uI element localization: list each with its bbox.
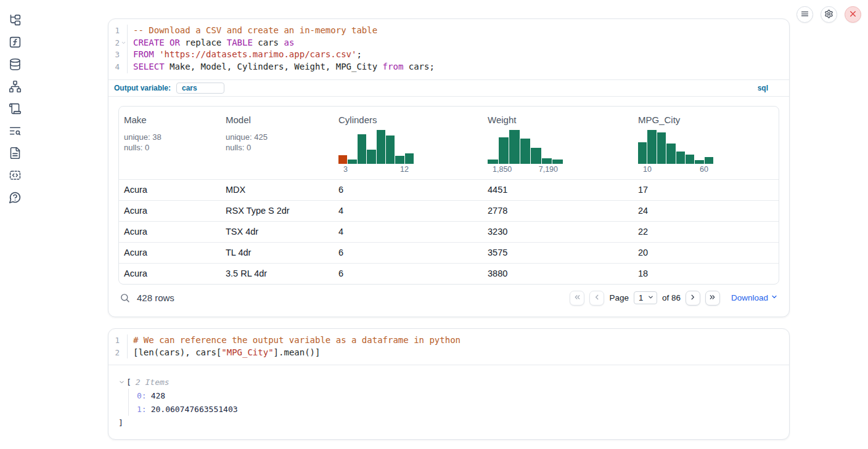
function-square-panel-button[interactable] (9, 36, 22, 49)
histogram-bar (509, 130, 520, 164)
column-stats: unique: 38nulls: 0 (124, 132, 216, 153)
column-header-label[interactable]: Model (226, 115, 251, 125)
histogram-bar (657, 132, 666, 164)
table-cell: 6 (334, 243, 483, 263)
helper-sidebar (0, 0, 30, 204)
column-header-label[interactable]: Make (124, 115, 147, 125)
fold-spacer (120, 49, 127, 61)
column-header: Cylinders312 (334, 115, 483, 174)
code-token: ; (356, 49, 361, 59)
column-header-label[interactable]: Cylinders (338, 115, 377, 125)
first-page-button[interactable] (570, 291, 584, 305)
fold-chevron-icon[interactable] (120, 37, 127, 49)
document-panel-button[interactable] (9, 147, 22, 160)
download-label: Download (731, 293, 768, 302)
code-token: 'https://datasets.marimo.app/cars.csv' (159, 49, 356, 59)
histogram-axis-label: 60 (700, 165, 708, 174)
page-total-label: of 86 (662, 293, 681, 302)
column-stats: unique: 425nulls: 0 (226, 132, 329, 153)
histogram-bar (338, 155, 347, 164)
chevrons-right-icon (708, 293, 716, 303)
tree-root-row: [2 Items (118, 375, 779, 389)
previous-page-button[interactable] (589, 291, 604, 305)
table-cell: 3880 (483, 264, 633, 284)
next-page-button[interactable] (686, 291, 700, 305)
line-number: 2 (108, 347, 120, 359)
table-cell: RSX Type S 2dr (221, 201, 334, 221)
histogram-bars (488, 130, 563, 164)
code-line-text: # We can reference the output variable a… (127, 334, 789, 347)
histogram-bar (377, 130, 385, 164)
download-button[interactable]: Download (731, 293, 778, 302)
histogram-bar (686, 155, 694, 164)
histogram-axis-label: 12 (400, 165, 409, 174)
histogram-axis-label: 7,190 (539, 165, 558, 174)
network-graph-panel-button[interactable] (9, 80, 22, 93)
table-row[interactable]: AcuraTL 4dr6357520 (119, 242, 779, 263)
code-token: TABLE (227, 38, 253, 47)
last-page-button[interactable] (705, 291, 720, 305)
column-header-label[interactable]: Weight (488, 115, 516, 125)
code-line: 4SELECT Make, Model, Cylinders, Weight, … (108, 61, 789, 73)
code-line: 1-- Download a CSV and create an in-memo… (108, 25, 789, 37)
table-cell: 4451 (483, 180, 633, 200)
python-code-editor[interactable]: 1# We can reference the output variable … (108, 329, 789, 365)
chevrons-left-icon (573, 293, 581, 303)
close-icon (848, 9, 858, 20)
open-bracket: [ (126, 378, 131, 387)
histogram-bar (542, 158, 552, 164)
code-token: # We can reference the output variable a… (133, 335, 461, 345)
histogram-bar (520, 139, 531, 164)
histogram-bar (488, 160, 498, 164)
shutdown-button[interactable] (845, 6, 861, 23)
chevron-left-icon (593, 293, 601, 303)
help-chat-panel-button[interactable] (9, 191, 22, 204)
column-stat: nulls: 0 (124, 142, 216, 153)
histogram-bar (348, 160, 356, 164)
page-select[interactable]: 1 (634, 291, 657, 304)
settings-button[interactable] (821, 6, 837, 23)
code-token: Make, Model, Cylinders, Weight, MPG_City (165, 62, 383, 71)
database-panel-button[interactable] (9, 58, 22, 71)
code-token: FROM (133, 49, 154, 59)
tree-entry-key: 0: (137, 391, 147, 400)
output-variable-input[interactable]: cars (176, 83, 224, 94)
hamburger-menu-icon (800, 9, 809, 20)
table-row[interactable]: Acura3.5 RL 4dr6388018 (119, 263, 779, 284)
histogram-bars (338, 130, 414, 164)
code-line: 3FROM 'https://datasets.marimo.app/cars.… (108, 49, 789, 61)
table-row[interactable]: AcuraTSX 4dr4323022 (119, 221, 779, 242)
histogram-bar (695, 160, 703, 164)
column-histogram: 312 (338, 130, 414, 174)
chevron-down-icon[interactable] (118, 379, 125, 386)
histogram-bar (705, 157, 713, 164)
histogram-bar (531, 148, 541, 164)
table-row[interactable]: AcuraMDX6445117 (119, 179, 779, 200)
search-list-icon (9, 124, 22, 137)
table-cell: 6 (334, 264, 483, 284)
fold-spacer (120, 25, 127, 37)
code-snippet-panel-button[interactable] (9, 169, 22, 182)
histogram-bar (499, 137, 509, 164)
code-line: 1# We can reference the output variable … (108, 334, 789, 347)
column-header-label[interactable]: MPG_City (638, 115, 680, 125)
scroll-panel-button[interactable] (9, 102, 22, 115)
menu-button[interactable] (796, 6, 813, 23)
tree-entry-key: 1: (137, 405, 147, 414)
code-token: "MPG_City" (221, 347, 273, 357)
line-gutter: 3 (108, 49, 127, 61)
file-tree-panel-button[interactable] (9, 14, 22, 26)
table-cell: 18 (633, 264, 779, 284)
code-token: from (383, 62, 404, 71)
table-cell: 3575 (483, 243, 633, 263)
search-icon[interactable] (120, 293, 130, 303)
output-variable-row: Output variable: cars sql (108, 79, 789, 96)
sql-code-editor[interactable]: 1-- Download a CSV and create an in-memo… (108, 19, 789, 79)
table-row[interactable]: AcuraRSX Type S 2dr4277824 (119, 200, 779, 221)
scroll-icon (9, 102, 22, 115)
code-token: SELECT (133, 62, 165, 71)
table-cell: 24 (633, 201, 779, 221)
histogram-bar (386, 136, 395, 164)
search-list-panel-button[interactable] (9, 124, 22, 137)
tree-entry: 1:20.060747663551403 (137, 402, 779, 416)
